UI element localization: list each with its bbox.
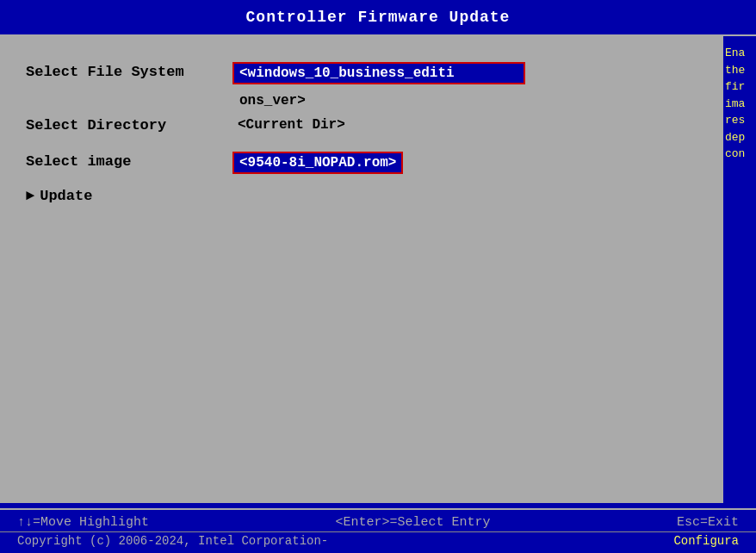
sidebar-line-3: fir bbox=[725, 78, 754, 96]
left-panel: Select File System <windows_10_business_… bbox=[0, 36, 723, 503]
update-row[interactable]: ► Update bbox=[26, 188, 697, 204]
status-bar-bottom: Copyright (c) 2006-2024, Intel Corporati… bbox=[0, 531, 756, 553]
sidebar-line-7: con bbox=[725, 146, 754, 163]
sidebar-text: Ena the fir ima res dep con bbox=[725, 45, 754, 163]
sidebar-line-2: the bbox=[725, 62, 754, 79]
select-image-label: Select image bbox=[26, 152, 232, 170]
main-content: Select File System <windows_10_business_… bbox=[0, 36, 756, 503]
update-label: Update bbox=[40, 188, 92, 204]
copyright-line: Copyright (c) 2006-2024, Intel Corporati… bbox=[0, 534, 756, 548]
status-bar-top: ↑↓=Move Highlight <Enter>=Select Entry E… bbox=[0, 510, 756, 531]
highlight-hint: ↑↓=Move Highlight bbox=[17, 515, 149, 530]
select-file-system-row: Select File System <windows_10_business_… bbox=[26, 62, 697, 86]
page-title: Controller Firmware Update bbox=[246, 9, 511, 26]
select-image-row: Select image <9540-8i_NOPAD.rom> bbox=[26, 152, 697, 176]
file-system-overflow: ons_ver> bbox=[232, 93, 697, 109]
title-bar: Controller Firmware Update bbox=[0, 0, 756, 36]
configura-label: Configura bbox=[673, 534, 739, 548]
directory-value[interactable]: <Current Dir> bbox=[232, 115, 350, 134]
select-directory-row: Select Directory <Current Dir> bbox=[26, 115, 697, 140]
image-value[interactable]: <9540-8i_NOPAD.rom> bbox=[232, 152, 403, 174]
sidebar-line-5: res bbox=[725, 112, 754, 129]
arrow-icon: ► bbox=[26, 188, 34, 204]
select-file-system-label: Select File System bbox=[26, 62, 232, 80]
right-panel: Ena the fir ima res dep con bbox=[723, 36, 756, 503]
copyright-text: Copyright (c) 2006-2024, Intel Corporati… bbox=[17, 534, 328, 548]
esc-hint: Esc=Exit bbox=[677, 515, 739, 530]
select-hint: <Enter>=Select Entry bbox=[335, 515, 490, 530]
select-directory-label: Select Directory bbox=[26, 115, 232, 134]
status-bar: ↑↓=Move Highlight <Enter>=Select Entry E… bbox=[0, 508, 756, 553]
sidebar-line-6: dep bbox=[725, 129, 754, 146]
sidebar-line-1: Ena bbox=[725, 45, 754, 62]
sidebar-line-4: ima bbox=[725, 96, 754, 113]
file-system-value[interactable]: <windows_10_business_editi bbox=[232, 62, 525, 84]
